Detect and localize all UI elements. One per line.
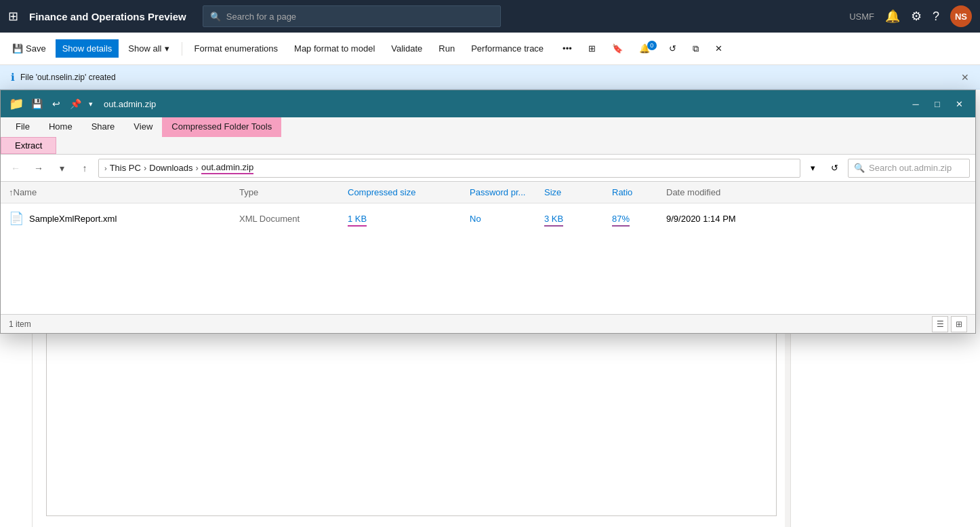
ribbon-tab-share[interactable]: Share (82, 117, 125, 137)
info-message: File 'out.nselin.zip' created (20, 73, 116, 82)
file-size-cell: 3 KB (544, 214, 612, 224)
address-this-pc[interactable]: This PC (110, 163, 141, 173)
info-bar: ℹ File 'out.nselin.zip' created ✕ (0, 65, 980, 90)
file-comp-cell: 1 KB (348, 214, 470, 224)
save-icon: 💾 (12, 43, 23, 54)
back-button[interactable]: ← (6, 159, 25, 178)
separator (182, 42, 182, 56)
app-title: Finance and Operations Preview (29, 11, 186, 22)
address-sep-1: › (144, 163, 146, 173)
explorer-statusbar: 1 item ☰ ⊞ (1, 314, 975, 333)
file-explorer-window: 📁 💾 ↩ 📌 ▾ out.admin.zip ─ □ ✕ File Home … (0, 90, 976, 334)
more-options-button[interactable]: ••• (556, 39, 579, 58)
col-header-compressed[interactable]: Compressed size (348, 187, 470, 197)
file-date-cell: 9/9/2020 1:14 PM (666, 214, 788, 224)
view-toggle: ☰ ⊞ (932, 316, 967, 332)
show-details-button[interactable]: Show details (56, 39, 119, 58)
main-area: 🏠 ★ 🕐 ⊞ ≡ ⊿ FORMAT TO LEARN DEFERRED XML… (0, 90, 980, 527)
maximize-button[interactable]: □ (929, 96, 945, 112)
refresh-button[interactable]: ↺ (662, 39, 683, 58)
address-dropdown[interactable]: ▾ (804, 160, 821, 176)
qat-undo-icon[interactable]: ↩ (50, 97, 62, 111)
recent-locations-button[interactable]: ▾ (52, 159, 71, 178)
search-icon2: 🔍 (854, 163, 865, 173)
xml-file-icon: 📄 (9, 211, 24, 226)
item-count: 1 item (9, 319, 31, 329)
search-placeholder: Search for a page (226, 12, 296, 22)
explorer-navbar: ← → ▾ ↑ › This PC › Downloads › out.admi… (1, 155, 975, 182)
file-row[interactable]: 📄 SampleXmlReport.xml XML Document 1 KB … (1, 203, 975, 233)
col-header-name[interactable]: ↑ Name (9, 187, 239, 197)
file-type-cell: XML Document (239, 214, 348, 224)
address-bar[interactable]: › This PC › Downloads › out.admin.zip (98, 159, 800, 178)
large-icons-button[interactable]: ⊞ (951, 316, 967, 332)
top-nav-icons: USMF 🔔 ⚙ ? NS (849, 5, 972, 27)
user-region: USMF (849, 12, 874, 22)
explorer-close-button[interactable]: ✕ (951, 96, 967, 112)
col-header-ratio[interactable]: Ratio (612, 187, 666, 197)
map-format-button[interactable]: Map format to model (287, 39, 382, 58)
settings-icon[interactable]: ⚙ (911, 9, 922, 24)
global-search[interactable]: 🔍 Search for a page (203, 5, 501, 27)
ribbon-tab-file[interactable]: File (6, 117, 39, 137)
validate-button[interactable]: Validate (384, 39, 429, 58)
info-bar-close[interactable]: ✕ (961, 72, 969, 83)
col-header-date[interactable]: Date modified (666, 187, 788, 197)
show-all-button[interactable]: Show all ▾ (121, 39, 176, 58)
up-button[interactable]: ↑ (75, 159, 94, 178)
address-sep-2: › (196, 163, 199, 173)
qat-save-icon[interactable]: 💾 (29, 97, 45, 111)
file-list: 📄 SampleXmlReport.xml XML Document 1 KB … (1, 203, 975, 314)
ribbon-tab-view[interactable]: View (124, 117, 162, 137)
explorer-titlebar: 📁 💾 ↩ 📌 ▾ out.admin.zip ─ □ ✕ (1, 90, 975, 117)
minimize-button[interactable]: ─ (907, 96, 924, 112)
address-zip[interactable]: out.admin.zip (201, 162, 253, 174)
ribbon-tab-home[interactable]: Home (39, 117, 82, 137)
col-header-size[interactable]: Size (544, 187, 612, 197)
chevron-down-icon: ▾ (165, 43, 169, 54)
performance-trace-button[interactable]: Performance trace (464, 39, 550, 58)
format-enumerations-button[interactable]: Format enumerations (188, 39, 285, 58)
search-icon: 🔍 (210, 12, 221, 22)
notification-icon[interactable]: 🔔 (885, 9, 900, 24)
address-chevron: › (104, 164, 107, 172)
refresh-address-button[interactable]: ↺ (825, 159, 844, 178)
file-ratio-cell: 87% (612, 214, 666, 224)
qat-dropdown-icon[interactable]: ▾ (89, 100, 93, 109)
address-downloads[interactable]: Downloads (149, 163, 192, 173)
file-name: SampleXmlReport.xml (29, 214, 254, 224)
extract-button[interactable]: Extract (1, 137, 56, 154)
grid-icon-button[interactable]: ⊞ (581, 39, 603, 58)
col-header-password[interactable]: Password pr... (470, 187, 544, 197)
save-button[interactable]: 💾 Save (5, 39, 53, 58)
top-nav-bar: ⊞ Finance and Operations Preview 🔍 Searc… (0, 0, 980, 33)
explorer-title: out.admin.zip (104, 99, 902, 109)
explorer-search[interactable]: 🔍 Search out.admin.zip (848, 159, 970, 178)
run-button[interactable]: Run (432, 39, 462, 58)
col-header-type[interactable]: Type (239, 187, 348, 197)
qat-pin-icon[interactable]: 📌 (68, 97, 83, 111)
bookmark-icon-button[interactable]: 🔖 (605, 39, 630, 58)
explorer-ribbon: File Home Share View Compressed Folder T… (1, 117, 975, 155)
forward-button[interactable]: → (29, 159, 48, 178)
file-pass-cell: No (470, 214, 544, 224)
command-bar: 💾 Save Show details Show all ▾ Format en… (0, 33, 980, 65)
help-icon[interactable]: ? (933, 9, 939, 24)
notification-count-button[interactable]: 🔔0 (632, 39, 659, 58)
column-headers: ↑ Name Type Compressed size Password pr.… (1, 182, 975, 203)
open-new-button[interactable]: ⧉ (686, 39, 706, 58)
ribbon-tab-compressed[interactable]: Compressed Folder Tools (162, 117, 281, 137)
app-grid-icon[interactable]: ⊞ (8, 9, 18, 24)
details-view-button[interactable]: ☰ (932, 316, 948, 332)
user-avatar[interactable]: NS (950, 5, 972, 27)
search-placeholder2: Search out.admin.zip (869, 163, 952, 173)
ribbon-tabs: File Home Share View Compressed Folder T… (1, 117, 975, 137)
close-button[interactable]: ✕ (708, 39, 729, 58)
folder-title-icon: 📁 (9, 96, 24, 111)
info-icon: ℹ (11, 71, 15, 83)
